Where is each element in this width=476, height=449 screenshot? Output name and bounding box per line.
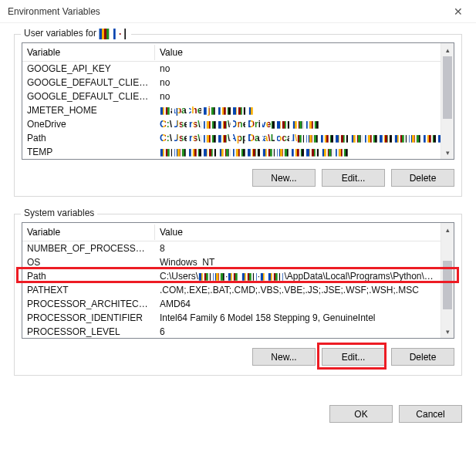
scroll-up-icon[interactable]: ▴ bbox=[441, 43, 454, 56]
cell-variable: OneDrive bbox=[22, 118, 155, 130]
cell-variable: NUMBER_OF_PROCESSORS bbox=[22, 242, 155, 255]
system-table-scrollbar[interactable]: ▴ ▾ bbox=[441, 223, 454, 338]
close-icon: ✕ bbox=[454, 5, 463, 18]
table-row[interactable]: NUMBER_OF_PROCESSORS8 bbox=[22, 241, 454, 255]
table-row[interactable]: GOOGLE_API_KEYno bbox=[22, 62, 454, 76]
cell-variable: GOOGLE_DEFAULT_CLIENT_ID bbox=[22, 76, 155, 89]
user-table-header: Variable Value bbox=[22, 43, 454, 62]
cell-value: C:\Users\▮▮▮▮▮\OneDrive▮▮▮▮▮▮▮▮▮ bbox=[155, 118, 454, 131]
cell-variable: JMETER_HOME bbox=[22, 104, 155, 116]
system-variables-table[interactable]: Variable Value NUMBER_OF_PROCESSORS8OSWi… bbox=[22, 222, 454, 339]
table-row[interactable]: JMETER_HOME▮▮apache▮j▮▮▮▮▮▮▮▮ bbox=[22, 103, 454, 117]
dialog-footer: OK Cancel bbox=[0, 405, 476, 423]
system-variables-group: System variables Variable Value NUMBER_O… bbox=[14, 214, 462, 376]
scroll-down-icon[interactable]: ▾ bbox=[441, 325, 454, 338]
cell-value: .COM;.EXE;.BAT;.CMD;.VBS;.VBE;.JS;.JSE;.… bbox=[155, 284, 454, 296]
cell-value: C:\Users\▮▮▮▮▮\AppData\Local\▮▮▮▮▮▮▮▮▮▮▮… bbox=[155, 132, 454, 145]
cell-value: ▮▮▮▮▮▮▮▮▮▮▮▮▮▮▮▮▮▮▮▮▮▮▮▮▮▮▮▮▮▮▮▮▮▮▮ bbox=[155, 146, 454, 159]
table-row[interactable]: GOOGLE_DEFAULT_CLIENT_...no bbox=[22, 89, 454, 103]
ok-button[interactable]: OK bbox=[329, 405, 393, 423]
system-variables-legend: System variables bbox=[21, 208, 97, 218]
system-table-header: Variable Value bbox=[22, 223, 454, 241]
cell-value: Windows_NT bbox=[155, 256, 454, 268]
cell-variable: GOOGLE_API_KEY bbox=[22, 62, 155, 75]
cancel-button[interactable]: Cancel bbox=[399, 405, 462, 423]
cell-value: Intel64 Family 6 Model 158 Stepping 9, G… bbox=[155, 312, 454, 324]
system-buttons-row: New... Edit... Delete bbox=[22, 348, 454, 366]
table-row[interactable]: OSWindows_NT bbox=[22, 255, 454, 269]
cell-variable: PATHEXT bbox=[22, 284, 155, 296]
user-delete-button[interactable]: Delete bbox=[391, 169, 454, 187]
cell-variable: OS bbox=[22, 256, 155, 268]
cell-value: 8 bbox=[155, 242, 454, 255]
cell-value: 6 bbox=[155, 326, 454, 338]
cell-variable: Path bbox=[22, 270, 155, 282]
user-variables-group: User variables for █▌▌·▐ Variable Value … bbox=[14, 34, 462, 197]
system-table-rows: NUMBER_OF_PROCESSORS8OSWindows_NTPathC:\… bbox=[22, 241, 454, 339]
user-legend-name-obfuscated: █▌▌·▐ bbox=[99, 29, 127, 39]
table-row[interactable]: PROCESSOR_IDENTIFIERIntel64 Family 6 Mod… bbox=[22, 311, 454, 325]
system-new-button[interactable]: New... bbox=[252, 348, 316, 366]
table-row[interactable]: PathC:\Users\▮▮▮▮▮\AppData\Local\▮▮▮▮▮▮▮… bbox=[22, 131, 454, 145]
table-row[interactable]: GOOGLE_DEFAULT_CLIENT_IDno bbox=[22, 76, 454, 89]
user-table-rows: GOOGLE_API_KEYnoGOOGLE_DEFAULT_CLIENT_ID… bbox=[22, 62, 454, 159]
user-variables-legend: User variables for █▌▌·▐ bbox=[21, 28, 131, 39]
scroll-thumb[interactable] bbox=[443, 56, 452, 119]
cell-value: ▮▮apache▮j▮▮▮▮▮▮▮▮ bbox=[155, 104, 454, 117]
col-header-value[interactable]: Value bbox=[155, 224, 454, 240]
user-new-button[interactable]: New... bbox=[252, 169, 316, 187]
scroll-thumb[interactable] bbox=[443, 261, 452, 309]
col-header-variable[interactable]: Variable bbox=[22, 224, 155, 240]
cell-variable: PROCESSOR_IDENTIFIER bbox=[22, 312, 155, 324]
cell-variable: GOOGLE_DEFAULT_CLIENT_... bbox=[22, 90, 155, 103]
user-buttons-row: New... Edit... Delete bbox=[22, 169, 454, 187]
system-delete-button[interactable]: Delete bbox=[391, 348, 454, 366]
scroll-up-icon[interactable]: ▴ bbox=[441, 223, 454, 236]
table-row[interactable]: PathC:\Users\▮▮▮▮▮·▮▮ ▮▮▮·▮ ▮▮▮\AppData\… bbox=[22, 269, 454, 283]
user-legend-prefix: User variables for bbox=[24, 28, 99, 39]
table-row[interactable]: OneDriveC:\Users\▮▮▮▮▮\OneDrive▮▮▮▮▮▮▮▮▮ bbox=[22, 117, 454, 131]
cell-value: AMD64 bbox=[155, 298, 454, 310]
cell-variable: PROCESSOR_LEVEL bbox=[22, 326, 155, 338]
col-header-value[interactable]: Value bbox=[155, 45, 454, 60]
titlebar: Environment Variables ✕ bbox=[0, 0, 476, 23]
scroll-down-icon[interactable]: ▾ bbox=[441, 146, 454, 159]
cell-variable: TEMP bbox=[22, 146, 155, 158]
scroll-track[interactable] bbox=[441, 236, 454, 325]
user-variables-table[interactable]: Variable Value GOOGLE_API_KEYnoGOOGLE_DE… bbox=[22, 42, 454, 160]
window-title: Environment Variables bbox=[8, 6, 100, 17]
cell-variable: PROCESSOR_ARCHITECTURE bbox=[22, 298, 155, 310]
user-edit-button[interactable]: Edit... bbox=[322, 169, 385, 187]
cell-value: no bbox=[155, 90, 454, 103]
table-row[interactable]: PROCESSOR_ARCHITECTUREAMD64 bbox=[22, 297, 454, 311]
close-button[interactable]: ✕ bbox=[442, 1, 474, 22]
col-header-variable[interactable]: Variable bbox=[22, 45, 155, 60]
dialog-content: User variables for █▌▌·▐ Variable Value … bbox=[0, 23, 476, 402]
cell-variable: Path bbox=[22, 132, 155, 144]
scroll-track[interactable] bbox=[441, 56, 454, 146]
user-table-scrollbar[interactable]: ▴ ▾ bbox=[441, 43, 454, 159]
system-edit-button[interactable]: Edit... bbox=[322, 348, 385, 366]
cell-value: no bbox=[155, 62, 454, 75]
table-row[interactable]: PATHEXT.COM;.EXE;.BAT;.CMD;.VBS;.VBE;.JS… bbox=[22, 283, 454, 297]
table-row[interactable]: TEMP▮▮▮▮▮▮▮▮▮▮▮▮▮▮▮▮▮▮▮▮▮▮▮▮▮▮▮▮▮▮▮▮▮▮▮ bbox=[22, 145, 454, 159]
cell-value: no bbox=[155, 76, 454, 89]
cell-value: C:\Users\▮▮▮▮▮·▮▮ ▮▮▮·▮ ▮▮▮\AppData\Loca… bbox=[155, 270, 454, 283]
table-row[interactable]: PROCESSOR_LEVEL6 bbox=[22, 325, 454, 339]
